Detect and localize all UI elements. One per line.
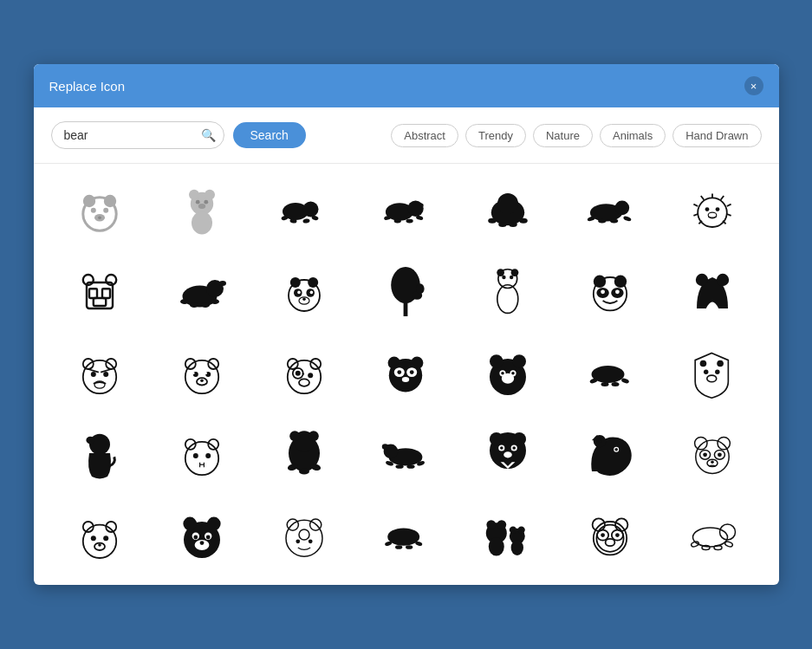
icon-bear-walking-solid2[interactable] xyxy=(357,498,456,576)
svg-point-147 xyxy=(185,442,218,475)
close-button[interactable]: × xyxy=(744,76,763,95)
svg-point-79 xyxy=(497,269,505,276)
svg-point-9 xyxy=(205,190,215,200)
svg-point-61 xyxy=(201,302,210,308)
icon-bear-arch-solid[interactable] xyxy=(663,254,762,332)
svg-point-15 xyxy=(302,202,318,217)
svg-point-199 xyxy=(183,517,197,531)
svg-point-215 xyxy=(395,545,402,549)
svg-point-62 xyxy=(211,299,219,304)
svg-point-133 xyxy=(501,372,504,375)
svg-point-107 xyxy=(205,373,207,374)
search-input[interactable] xyxy=(51,121,224,149)
icon-panda-face-outline[interactable] xyxy=(255,254,354,332)
icon-bear-standing-outline[interactable] xyxy=(458,254,557,332)
icon-bear-face-panda-outline2[interactable] xyxy=(561,498,659,576)
icon-bear-face-cute[interactable] xyxy=(153,335,251,413)
svg-point-10 xyxy=(192,211,212,234)
svg-point-124 xyxy=(398,370,402,374)
svg-point-38 xyxy=(623,215,632,221)
icon-bear-face-simple-outline2[interactable] xyxy=(153,417,251,495)
icon-bear-walking-right[interactable] xyxy=(255,172,354,250)
svg-line-43 xyxy=(693,214,698,216)
svg-point-225 xyxy=(511,540,523,555)
svg-point-195 xyxy=(104,535,109,541)
modal-title: Replace Icon xyxy=(49,79,126,94)
svg-point-138 xyxy=(611,382,619,386)
svg-point-12 xyxy=(204,200,208,204)
svg-point-31 xyxy=(509,222,517,227)
svg-point-114 xyxy=(296,371,301,376)
filter-trendy[interactable]: Trendy xyxy=(465,124,526,147)
icon-lion-head-outline[interactable] xyxy=(663,172,762,250)
icon-bear-panda-outline-round[interactable] xyxy=(663,417,762,495)
svg-point-137 xyxy=(601,382,608,386)
svg-point-183 xyxy=(694,437,706,449)
filter-hand-drawn[interactable]: Hand Drawn xyxy=(672,124,761,147)
icon-panda-face-dark[interactable] xyxy=(357,335,456,413)
search-container: 🔍 xyxy=(51,121,224,149)
icon-bear-side-walk[interactable] xyxy=(357,172,456,250)
icon-bear-face-shield[interactable] xyxy=(663,335,762,413)
svg-point-200 xyxy=(207,517,221,531)
svg-point-4 xyxy=(104,208,109,213)
icon-bear-walking-left[interactable] xyxy=(357,417,456,495)
icon-bear-face-circle-outline[interactable] xyxy=(255,498,354,576)
icon-panda-face-happy[interactable] xyxy=(561,254,659,332)
svg-point-83 xyxy=(510,276,513,279)
svg-point-96 xyxy=(91,372,96,377)
svg-point-28 xyxy=(497,193,518,214)
icon-bear-side-walking[interactable] xyxy=(561,335,659,413)
svg-point-2 xyxy=(104,195,116,207)
icon-bear-side-solid[interactable] xyxy=(153,254,251,332)
svg-point-170 xyxy=(490,432,503,446)
icon-polar-bear-walk[interactable] xyxy=(561,172,659,250)
svg-point-81 xyxy=(497,285,518,314)
svg-point-86 xyxy=(614,276,627,288)
filter-nature[interactable]: Nature xyxy=(533,124,593,147)
svg-rect-55 xyxy=(94,298,106,306)
svg-point-207 xyxy=(286,520,322,556)
svg-point-71 xyxy=(309,291,313,295)
svg-point-92 xyxy=(716,274,728,286)
svg-point-150 xyxy=(193,453,198,458)
svg-line-41 xyxy=(700,196,704,200)
svg-point-165 xyxy=(407,464,415,469)
svg-point-21 xyxy=(408,200,424,216)
svg-line-48 xyxy=(723,221,726,224)
icon-bear-walking-forward[interactable] xyxy=(255,417,354,495)
svg-line-47 xyxy=(726,214,731,216)
icon-polar-bear-outline[interactable] xyxy=(663,498,762,576)
icon-bear-body-solid[interactable] xyxy=(458,172,557,250)
icon-bear-sitting-outline[interactable] xyxy=(153,172,251,250)
svg-point-240 xyxy=(724,541,733,548)
svg-point-188 xyxy=(718,452,722,457)
svg-point-197 xyxy=(99,543,102,547)
icon-bear-face-simple-outline3[interactable] xyxy=(51,498,150,576)
svg-point-128 xyxy=(490,354,503,368)
svg-point-23 xyxy=(394,218,401,223)
icon-bear-face-round-dark[interactable] xyxy=(458,335,557,413)
filter-animals[interactable]: Animals xyxy=(600,124,666,147)
replace-icon-modal: Replace Icon × 🔍 Search Abstract Trendy … xyxy=(34,64,779,585)
svg-point-151 xyxy=(205,453,211,458)
svg-point-239 xyxy=(714,546,722,550)
icon-wolf-head-side[interactable] xyxy=(561,417,659,495)
search-button[interactable]: Search xyxy=(233,122,306,148)
icon-bear-tree-silhouette[interactable] xyxy=(357,254,456,332)
svg-point-141 xyxy=(715,370,719,374)
svg-point-101 xyxy=(185,360,218,393)
icon-bear-face-martini[interactable] xyxy=(458,417,557,495)
filter-abstract[interactable]: Abstract xyxy=(391,124,458,147)
icon-bear-face-outline[interactable] xyxy=(51,172,150,250)
icon-bear-sitting-side[interactable] xyxy=(51,417,150,495)
svg-point-49 xyxy=(705,207,709,211)
svg-point-51 xyxy=(708,212,717,217)
icon-bear-face-geometric[interactable] xyxy=(51,254,150,332)
icon-bear-face-circle-monocle[interactable] xyxy=(255,335,354,413)
icon-bear-cubs-family[interactable] xyxy=(458,498,557,576)
icon-bear-face-open-mouth[interactable] xyxy=(153,498,251,576)
svg-rect-177 xyxy=(506,469,510,474)
icon-bear-face-angry[interactable] xyxy=(51,335,150,413)
svg-point-237 xyxy=(691,541,699,548)
